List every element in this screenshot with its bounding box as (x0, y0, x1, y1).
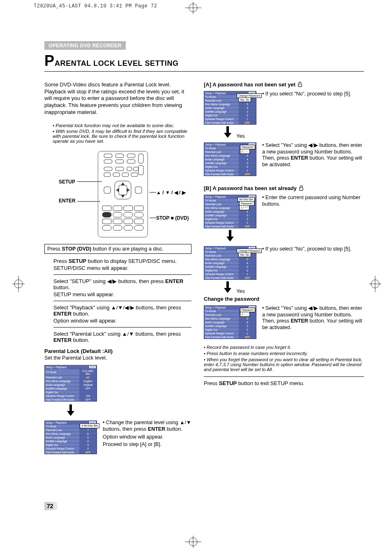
locked-icon (298, 185, 304, 191)
step-1b: SETUP/DISC menu will appear. (53, 265, 191, 271)
svg-rect-31 (135, 187, 142, 193)
svg-rect-16 (115, 160, 124, 163)
step-3: Select "Playback" using ▲/▼/◀/▶ buttons,… (53, 304, 191, 324)
section-label: OPERATING DVD RECORDER (44, 41, 126, 50)
svg-rect-13 (115, 154, 124, 158)
remote-label-stop: STOP ■ (DVD) (156, 215, 189, 221)
svg-rect-14 (127, 154, 135, 158)
end-note-3: When you forget the password or you want… (204, 357, 364, 372)
end-note-2: Press button to erase numbers entered in… (204, 351, 364, 356)
section-b-header: [B] A password has been set already (204, 185, 364, 191)
pre-step-box: Press STOP (DVD) button if you are playi… (44, 244, 191, 254)
osd-breadcrumb: Setup > Playback (46, 366, 67, 369)
remote-label-enter: ENTER (59, 198, 76, 204)
osd-change-pw: Setup > PlaybackDVD TV Mode7 Parental Lo… (204, 305, 256, 339)
cropmark-top-icon (185, 2, 201, 14)
svg-rect-19 (104, 167, 112, 171)
osd-b-enter: Setup > PlaybackDVD TV Mode7 Parental Lo… (204, 195, 256, 228)
page-title: PARENTAL LOCK LEVEL SETTING (44, 52, 364, 70)
svg-rect-32 (102, 206, 111, 211)
a-yes-text: • Select "Yes" using ◀/▶ buttons, then e… (262, 142, 364, 168)
cropmark-bottom-icon (185, 536, 201, 548)
svg-rect-24 (104, 173, 111, 176)
svg-rect-41 (113, 219, 122, 224)
title-rest: ARENTAL LOCK LEVEL SETTING (55, 59, 179, 67)
a-no-text: • If you select "No", proceed to step [5… (262, 91, 364, 98)
intro-note-1: Parental lock function may not be availa… (53, 123, 191, 128)
svg-rect-35 (134, 206, 143, 211)
osd-b-no: Setup > PlaybackDVD TV Mode7 Parental Lo… (204, 246, 256, 280)
osd-table: Setup > PlaybackDVD TV Mode4:3 Letter Bo… (44, 365, 97, 402)
bold-enter-1: ENTER (165, 278, 183, 284)
stop-label: STOP (DVD) (62, 246, 91, 252)
down-arrow-icon (66, 404, 76, 416)
change-pw-head: Change the password (204, 296, 364, 302)
change-level-text: • Change the parental level using ▲/▼ bu… (103, 420, 191, 448)
step-1: Press SETUP button to display SETUP/DISC… (53, 258, 191, 271)
svg-rect-36 (102, 212, 111, 217)
svg-rect-33 (113, 206, 122, 211)
unlocked-icon (297, 81, 303, 87)
cropmark-left-icon (12, 276, 25, 292)
svg-rect-34 (124, 206, 133, 211)
svg-rect-25 (113, 173, 120, 176)
down-arrow-1 (44, 404, 97, 417)
b-enter-text: • Enter the current password using Numbe… (262, 195, 364, 207)
change-pw-text: • Select "Yes" using ◀/▶ buttons, then e… (262, 305, 364, 331)
osd-levels: Setup > PlaybackDVD TV Mode8 Parental Lo… (44, 420, 97, 454)
svg-rect-18 (138, 154, 143, 163)
svg-rect-26 (122, 173, 129, 176)
remote-illustration: SETUP ENTER ▲ / ▼ / ◀ / ▶ STOP ■ (DVD) (44, 149, 191, 240)
page-number-tab: 72 (44, 502, 58, 510)
svg-rect-17 (127, 160, 135, 163)
down-arrow-icon (223, 126, 233, 138)
svg-rect-30 (104, 187, 111, 193)
bold-enter-3: ENTER (53, 337, 71, 343)
end-note-1: Record the password in case you forget i… (204, 345, 364, 350)
svg-rect-44 (102, 225, 111, 230)
svg-rect-45 (113, 225, 122, 230)
step-3b: Option window will appear. (53, 318, 191, 324)
down-arrow-icon (223, 281, 233, 293)
yes-label-1: Yes (236, 133, 244, 139)
svg-rect-42 (124, 219, 133, 224)
parental-head: Parental Lock (Default :All) (44, 348, 191, 354)
down-arrow-2 (204, 230, 256, 243)
svg-rect-43 (134, 219, 143, 224)
step-2: Select "SETUP" using ◀/▶ buttons, then p… (53, 278, 191, 297)
bold-enter-2: ENTER (53, 311, 71, 317)
intro-note-2: With some DVD, it may be difficult to fi… (53, 129, 191, 144)
svg-rect-38 (124, 212, 133, 217)
svg-rect-49 (299, 188, 302, 190)
svg-rect-15 (104, 160, 112, 163)
svg-rect-27 (131, 173, 138, 176)
step-4: Select "Parental Lock" using ▲/▼ buttons… (53, 331, 191, 343)
intro-notes: Parental lock function may not be availa… (44, 123, 191, 144)
b-no-text: • If you select "No", proceed to step [5… (262, 246, 364, 253)
svg-rect-48 (298, 84, 301, 86)
osd-default: Setup > PlaybackDVD TV Mode4:3 Letter Bo… (44, 365, 97, 402)
yes-label-2: Yes (236, 288, 244, 294)
down-arrow-yes-2: Yes (204, 281, 275, 294)
title-initial: P (44, 52, 55, 69)
svg-rect-23 (138, 165, 143, 175)
svg-rect-37 (113, 212, 122, 217)
step-2b: SETUP menu will appear. (53, 291, 191, 297)
svg-rect-46 (124, 225, 133, 230)
svg-rect-21 (127, 167, 132, 171)
svg-rect-22 (134, 167, 138, 171)
remote-icon (98, 151, 148, 237)
remote-label-setup: SETUP (59, 179, 75, 185)
bold-setup: SETUP (69, 258, 86, 264)
section-a-header: [A] A password has not been set yet (204, 81, 364, 88)
print-header: T2020UA_45-LAST 04.8.10 3:41 PM Page 72 (34, 3, 157, 9)
svg-rect-40 (102, 219, 111, 224)
down-arrow-icon (225, 230, 235, 241)
page-number: 72 (47, 503, 53, 509)
remote-label-arrows: ▲ / ▼ / ◀ / ▶ (156, 190, 186, 195)
osd-a-no: Setup > PlaybackDVD TV Mode7 Parental Lo… (204, 91, 256, 125)
svg-rect-29 (119, 185, 127, 195)
intro-text: Some DVD-Video discs feature a Parental … (44, 81, 191, 116)
end-notes: Record the password in case you forget i… (204, 345, 364, 372)
cropmark-right-icon (369, 276, 381, 292)
